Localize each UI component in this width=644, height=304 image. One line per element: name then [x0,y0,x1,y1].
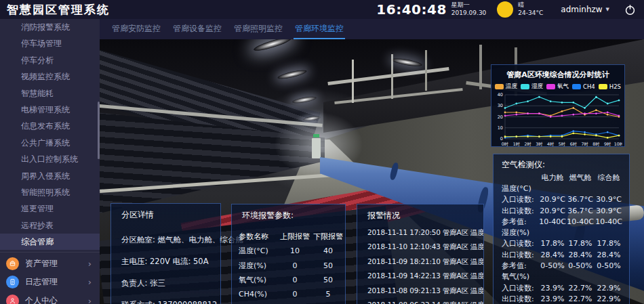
svg-text:4时: 4时 [547,142,554,146]
air-data-row: 入口读数:23.9%22.7%22.9% [494,282,629,293]
air-section-row: 温度(°C) [494,183,629,194]
zone-detail-row: 联系方式: 137000088812 [121,300,220,304]
params-value: 50 [310,261,346,270]
air-column-header: 电力舱 [538,173,567,183]
chevron-right-icon: › [88,277,92,287]
air-value: 36.7°C [567,207,594,215]
params-row: CH4(%)05 [239,287,345,301]
params-value: 50 [310,276,346,284]
tab[interactable]: 管廊照明监控 [233,18,284,40]
svg-text:6时: 6时 [570,142,577,146]
params-name: 温度(°C) [239,246,279,256]
air-data-row: 入口读数:20.9°C36.7°C30.9°C [494,194,629,205]
sidebar-item[interactable]: 远程抄表 [0,217,100,234]
air-section-name: 氧气(%) [502,272,624,282]
sidebar-item-label: 个人中心 [25,295,58,304]
chevron-right-icon: › [88,296,92,304]
env-line-chart: 0102030400时1时2时3时4时5时6时7时8时9时10时 [494,91,622,148]
user-menu[interactable]: adminhzw ▼ [561,5,609,14]
sidebar-item-log[interactable]: 日志管理› [0,273,100,292]
params-value: 0 [279,276,310,284]
legend-item: CH4 [572,83,595,90]
sidebar-item-person[interactable]: 个人中心› [0,291,100,304]
sidebar-item[interactable]: 停车场管理 [0,35,100,51]
params-value: 10 [279,246,310,255]
chart-legend: 温度湿度氧气CH4H2S [491,83,624,91]
legend-item: 温度 [495,83,517,91]
log-icon [6,276,19,288]
sidebar-item[interactable]: 信息发布系统 [0,118,100,134]
air-value: 0-50% [567,261,594,270]
air-row-label: 参考值: [502,261,538,271]
tab[interactable]: 管廊设备监控 [172,18,223,40]
air-value: 28.4% [567,251,594,259]
air-section-name: 湿度(%) [502,227,624,238]
header: 智慧园区管理系统 16:40:48 星期一 2019.09.30 晴 24-34… [0,0,644,19]
sidebar-item-asset[interactable]: 资产管理› [0,254,100,273]
svg-text:2时: 2时 [524,142,531,146]
alarm-row: 2018-11-09 18:21:10 管廊A区 温度异常 [357,255,483,269]
svg-text:7时: 7时 [581,142,588,146]
app-title: 智慧园区管理系统 [7,2,110,18]
params-row: 温度(°C)1040 [239,244,345,258]
params-header-cell: 上限报警 [279,232,310,242]
rack-post [352,60,354,103]
env-chart-panel: 管廊A区环境综合情况分时统计 温度湿度氧气CH4H2S 0102030400时1… [491,64,625,147]
air-value: 23.9% [538,295,567,303]
sidebar-item-label: 资产管理 [25,258,58,269]
sidebar: 消防报警系统停车场管理停车分析视频监控系统智慧能耗电梯管理系统信息发布系统公共广… [0,19,100,304]
air-value: 28.4% [538,251,567,259]
air-data-row: 出口读数:23.9%22.7%22.9% [494,293,629,304]
date-block: 星期一 2019.09.30 [451,1,487,17]
air-row-label: 入口读数: [502,194,538,204]
sidebar-item[interactable]: 视频监控系统 [0,68,100,85]
air-row-label: 出口读数: [502,294,538,304]
sidebar-item[interactable]: 智慧能耗 [0,85,100,102]
alarm-list-rows: 2018-11-11 17:20:50 管廊A区 温度异常2018-11-10 … [357,221,483,304]
legend-swatch [546,84,555,89]
zone-details-rows: 分区舱室: 燃气舱、电力舱、综合舱主电压: 220V 电流: 50A负责人: 张… [111,221,220,304]
air-column-header: 燃气舱 [567,173,594,183]
air-value: 22.7% [567,295,594,303]
tab[interactable]: 管廊安防监控 [110,18,162,40]
sidebar-item[interactable]: 出入口控制系统 [0,151,100,167]
air-column-header: 综合舱 [594,173,624,183]
main-stage: 管廊A区环境综合情况分时统计 温度湿度氧气CH4H2S 0102030400时1… [100,39,644,304]
params-row: 湿度(%)050 [239,259,345,273]
air-section-name: 温度(°C) [502,183,624,194]
legend-label: 氧气 [557,83,569,91]
rack-post [425,50,427,91]
sidebar-item[interactable]: 综合管廊 [0,234,100,250]
air-value: 20.9°C [538,207,567,215]
svg-text:0时: 0时 [502,142,508,146]
air-data-row: 出口读数:28.4%28.4%28.4% [494,249,629,260]
sidebar-item[interactable]: 智能照明系统 [0,184,100,200]
sidebar-item[interactable]: 停车分析 [0,52,100,68]
air-value: 0-50% [594,261,624,270]
params-header-row: 参数名称上限报警下限报警 [239,230,345,244]
alarm-row: 2018-11-09 14:22:13 管廊A区 温度异常 [357,269,483,283]
air-detector-table: 电力舱燃气舱综合舱温度(°C)入口读数:20.9°C36.7°C30.9°C出口… [494,172,629,304]
alarm-params-panel: 环境报警参数: 参数名称上限报警下限报警温度(°C)1040湿度(%)050氧气… [231,204,346,304]
air-section-row: 湿度(%) [494,227,629,238]
sidebar-item[interactable]: 巡更管理 [0,200,100,217]
sidebar-item[interactable]: 周界入侵系统 [0,168,100,184]
svg-text:10: 10 [498,125,503,131]
exit-sign [313,134,319,137]
svg-text:0: 0 [500,136,503,142]
tab[interactable]: 管廊环境监控 [294,18,345,40]
svg-text:3时: 3时 [536,142,542,146]
air-value: 17.8% [567,239,594,248]
air-value: 10-40C [594,217,624,226]
legend-item: H2S [599,83,621,90]
sidebar-item[interactable]: 电梯管理系统 [0,102,100,118]
air-value: 17.8% [594,239,624,248]
clock: 16:40:48 [376,1,447,18]
sidebar-item[interactable]: 公共广播系统 [0,135,100,151]
tabbar: 管廊安防监控管廊设备监控管廊照明监控管廊环境监控 [100,19,644,39]
sidebar-scrollbar-thumb[interactable] [98,102,100,159]
power-button[interactable] [624,4,636,16]
sidebar-item[interactable]: 消防报警系统 [0,19,100,35]
params-row: 氧气(%)050 [239,273,345,287]
power-icon [624,4,636,16]
